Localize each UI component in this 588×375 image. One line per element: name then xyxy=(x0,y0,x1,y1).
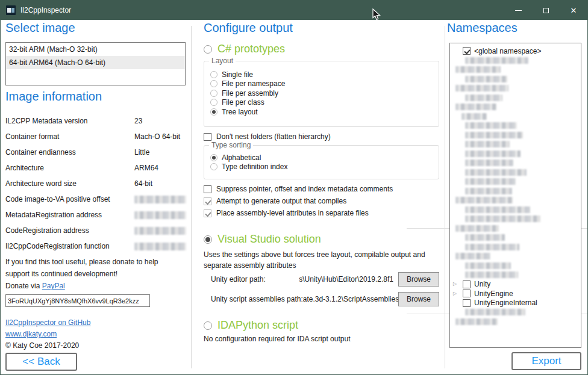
script-assemblies-browse-button[interactable]: Browse xyxy=(398,292,439,306)
image-info-row: ArchitectureARM64 xyxy=(5,160,186,176)
output-checkbox-option[interactable]: Suppress pointer, offset and index metad… xyxy=(204,184,393,194)
image-info-row: CodeRegistration address xyxy=(5,223,186,238)
select-image-list[interactable]: 32-bit ARM (Mach-O 32-bit)64-bit ARM64 (… xyxy=(5,42,186,85)
redacted-namespace xyxy=(465,178,516,185)
expander-icon[interactable]: ▷ xyxy=(453,291,463,296)
radio-option[interactable]: Type definition index xyxy=(210,163,439,172)
redacted-namespace xyxy=(465,132,523,138)
back-button[interactable]: << Back xyxy=(5,353,77,371)
configure-output-title: Configure output xyxy=(204,21,293,35)
image-info-value: 23 xyxy=(134,117,142,125)
radio-option[interactable]: Tree layout xyxy=(210,107,439,117)
minimize-icon xyxy=(515,10,522,11)
namespace-item-redacted xyxy=(450,261,581,271)
content-area: Select image 32-bit ARM (Mach-O 32-bit)6… xyxy=(1,20,587,374)
radio-option[interactable]: File per namespace xyxy=(210,79,439,89)
vs-solution-option[interactable]: Visual Studio solution xyxy=(204,233,321,246)
namespace-item-redacted xyxy=(450,56,581,66)
namespace-checkbox[interactable] xyxy=(463,290,471,297)
type-sorting-groupbox-label: Type sorting xyxy=(209,141,253,149)
radio-button[interactable] xyxy=(210,99,217,106)
redacted-namespace xyxy=(455,66,501,73)
vs-solution-label: Visual Studio solution xyxy=(217,233,321,246)
redacted-namespace xyxy=(465,169,527,176)
export-button[interactable]: Export xyxy=(511,352,581,370)
website-link[interactable]: www.djkaty.com xyxy=(5,330,57,338)
radio-option[interactable]: Single file xyxy=(210,70,439,79)
namespace-item-redacted xyxy=(450,149,581,159)
script-assemblies-path-value[interactable]: ate.3d-3.1.2\ScriptAssemblies xyxy=(303,295,398,303)
namespace-checkbox[interactable] xyxy=(463,47,471,55)
namespace-item-redacted xyxy=(450,224,581,234)
image-info-row: Code image-to-VA positive offset xyxy=(5,191,186,207)
image-info-label: Code image-to-VA positive offset xyxy=(5,195,134,203)
image-info-value: Little xyxy=(134,148,149,157)
radio-option-label: File per namespace xyxy=(222,79,285,88)
namespace-item[interactable]: ▷Unity xyxy=(450,280,581,290)
namespace-item[interactable]: ▷UnityEngine xyxy=(450,289,581,299)
image-info-row: IL2CPP Metadata version23 xyxy=(5,113,186,129)
idapython-option[interactable]: IDAPython script xyxy=(204,319,298,332)
namespace-checkbox[interactable] xyxy=(463,280,471,288)
paypal-link[interactable]: PayPal xyxy=(42,282,65,290)
idapython-description: No configuration required for IDA script… xyxy=(204,335,350,343)
close-button[interactable]: ✕ xyxy=(560,1,587,20)
namespace-item[interactable]: UnityEngineInternal xyxy=(450,299,581,308)
csharp-prototypes-option[interactable]: C# prototypes xyxy=(204,43,285,55)
output-checkbox[interactable] xyxy=(204,185,211,193)
unity-editor-path-value[interactable]: s\Unity\Hub\Editor\2019.2.8f1 xyxy=(266,275,398,284)
radio-button[interactable] xyxy=(210,80,217,87)
output-checkbox-option[interactable]: Attempt to generate output that compiles xyxy=(204,196,346,206)
radio-button[interactable] xyxy=(210,71,217,78)
redacted-value xyxy=(134,243,186,250)
csharp-prototypes-radio[interactable] xyxy=(204,45,212,54)
output-checkbox-label: Attempt to generate output that compiles xyxy=(216,197,346,205)
redacted-namespace xyxy=(465,234,505,241)
namespace-item-redacted xyxy=(450,84,581,93)
type-sorting-groupbox: Type sorting AlphabeticalType definition… xyxy=(204,145,439,179)
output-checkbox-option[interactable]: Place assembly-level attributes in separ… xyxy=(204,208,369,218)
expander-icon[interactable]: ▷ xyxy=(453,282,463,287)
vs-solution-radio[interactable] xyxy=(204,235,212,244)
footer-links: Il2CppInspector on GitHub www.djkaty.com… xyxy=(5,317,90,352)
layout-groupbox: Layout Single fileFile per namespaceFile… xyxy=(204,61,439,127)
radio-option-label: Alphabetical xyxy=(222,153,261,162)
namespace-item-redacted xyxy=(450,270,581,280)
radio-button[interactable] xyxy=(210,163,217,170)
radio-option[interactable]: File per assembly xyxy=(210,88,439,98)
radio-option-label: File per assembly xyxy=(222,89,278,98)
bitcoin-address-input[interactable] xyxy=(5,294,150,307)
redacted-namespace xyxy=(455,104,496,110)
radio-button[interactable] xyxy=(210,154,217,161)
image-info-label: IL2CPP Metadata version xyxy=(5,117,134,125)
output-checkbox-label: Place assembly-level attributes in separ… xyxy=(216,209,369,217)
idapython-radio[interactable] xyxy=(204,321,212,330)
unity-editor-browse-button[interactable]: Browse xyxy=(398,272,439,287)
select-image-item[interactable]: 64-bit ARM64 (Mach-O 64-bit) xyxy=(6,56,185,69)
namespace-item-redacted xyxy=(450,121,581,131)
namespaces-list[interactable]: <global namespace>▷Unity▷UnityEngineUnit… xyxy=(449,43,581,348)
output-checkbox[interactable] xyxy=(204,209,211,217)
namespace-item-redacted xyxy=(450,308,581,317)
github-link[interactable]: Il2CppInspector on GitHub xyxy=(5,318,90,327)
flatten-hierarchy-checkbox[interactable] xyxy=(204,133,211,141)
namespace-item-redacted xyxy=(450,252,581,261)
namespace-item-redacted xyxy=(450,65,581,75)
select-image-item[interactable]: 32-bit ARM (Mach-O 32-bit) xyxy=(6,43,185,56)
output-checkbox[interactable] xyxy=(204,197,211,205)
redacted-namespace xyxy=(465,271,518,278)
flatten-hierarchy-option[interactable]: Don't nest folders (flatten hierarchy) xyxy=(204,132,331,141)
namespace-checkbox[interactable] xyxy=(463,299,471,307)
copyright-text: © Katy Coe 2017-2020 xyxy=(5,340,90,352)
radio-option[interactable]: File per class xyxy=(210,98,439,108)
csharp-prototypes-label: C# prototypes xyxy=(217,43,285,55)
radio-option[interactable]: Alphabetical xyxy=(210,153,439,163)
radio-button[interactable] xyxy=(210,90,217,97)
namespace-item[interactable]: <global namespace> xyxy=(450,46,581,56)
radio-button[interactable] xyxy=(210,108,217,116)
redacted-namespace xyxy=(461,113,487,120)
image-info-label: Il2CppCodeRegistration function xyxy=(5,242,134,250)
maximize-button[interactable] xyxy=(532,1,560,20)
minimize-button[interactable] xyxy=(504,1,532,20)
redacted-namespace xyxy=(465,244,519,250)
